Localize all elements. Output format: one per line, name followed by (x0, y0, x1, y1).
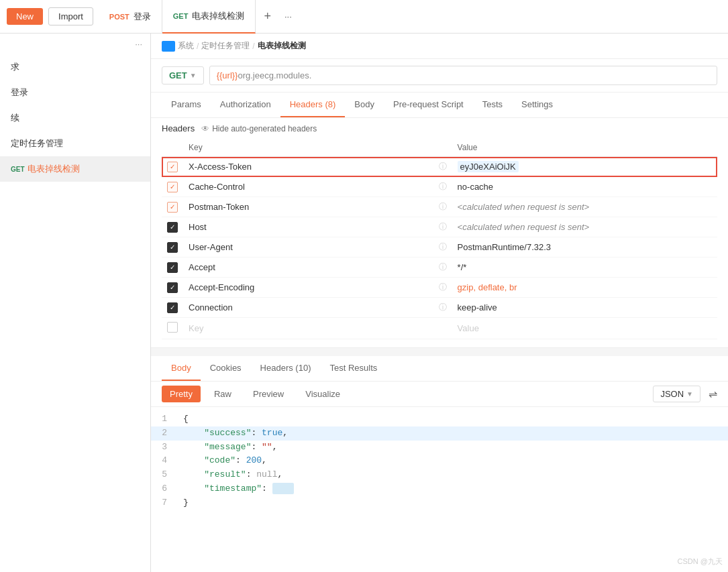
row-checkbox[interactable]: ✓ (167, 282, 178, 293)
sidebar-item-3[interactable]: 续 (0, 105, 150, 131)
tab-authorization[interactable]: Authorization (211, 93, 280, 117)
info-icon[interactable]: ⓘ (439, 242, 447, 251)
row-checkbox[interactable] (167, 322, 178, 333)
new-button[interactable]: New (7, 8, 43, 25)
format-tab-preview[interactable]: Preview (245, 386, 292, 402)
code-line-4: 4 "code": 200, (151, 454, 728, 468)
row-checkbox-cell[interactable]: ✓ (162, 197, 183, 217)
breadcrumb: 系统 / 定时任务管理 / 电表掉线检测 (151, 34, 728, 59)
tab-body[interactable]: Body (345, 93, 384, 117)
value-placeholder[interactable]: Value (458, 323, 479, 333)
info-icon[interactable]: ⓘ (439, 302, 447, 312)
table-row: ✓ Connection ⓘ keep-alive (162, 298, 717, 318)
row-checkbox[interactable]: ✓ (167, 182, 178, 192)
resp-tab-body[interactable]: Body (162, 356, 201, 381)
code-line-7: 7 } (151, 496, 728, 510)
col-header-key: Key (183, 139, 433, 157)
table-row: ✓ User-Agent ⓘ PostmanRuntime/7.32.3 (162, 237, 717, 258)
tabs-more-button[interactable]: ··· (279, 11, 297, 21)
col-header-info (433, 139, 452, 157)
line-number: 2 (151, 426, 178, 441)
headers-label: Headers (162, 123, 195, 133)
method-badge: POST (109, 13, 129, 21)
row-value-cell: <calculated when request is sent> (452, 197, 717, 217)
sidebar-item-1[interactable]: 求 (0, 54, 150, 80)
tab-settings[interactable]: Settings (512, 93, 562, 117)
info-icon[interactable]: ⓘ (439, 262, 447, 272)
line-content: "message": "", (178, 441, 728, 455)
url-rest: org.jeecg.modules. (238, 70, 311, 80)
response-toolbar: Pretty Raw Preview Visualize JSON ▼ ⇌ (151, 382, 728, 407)
info-icon[interactable]: ⓘ (439, 282, 447, 292)
row-value-cell[interactable]: eyJ0eXAiOiJK (452, 157, 717, 177)
row-checkbox-cell[interactable]: ✓ (162, 298, 183, 318)
table-row: ✓ Accept ⓘ */* (162, 258, 717, 278)
tab-get-meter[interactable]: GET 电表掉线检测 (162, 0, 256, 34)
tab-params[interactable]: Params (162, 93, 211, 117)
headers-table: Key Value ✓ X-Access-Token ⓘ (162, 139, 717, 339)
hide-auto-generated-button[interactable]: 👁 Hide auto-generated headers (201, 124, 317, 133)
row-value-cell: PostmanRuntime/7.32.3 (452, 237, 717, 258)
row-info-cell[interactable]: ⓘ (433, 157, 452, 177)
code-line-3: 3 "message": "", (151, 441, 728, 455)
resp-tab-headers[interactable]: Headers (10) (251, 356, 321, 381)
resp-tab-test-results[interactable]: Test Results (320, 356, 386, 381)
sidebar-item-task-mgmt[interactable]: 定时任务管理 (0, 131, 150, 156)
row-checkbox-cell[interactable]: ✓ (162, 237, 183, 258)
row-checkbox[interactable]: ✓ (167, 202, 178, 213)
format-select[interactable]: JSON ▼ (653, 386, 700, 402)
row-value-cell: keep-alive (452, 298, 717, 318)
format-tab-visualize[interactable]: Visualize (297, 386, 348, 402)
line-number: 1 (151, 412, 178, 426)
format-select-label: JSON (660, 389, 684, 399)
key-placeholder[interactable]: Key (189, 323, 203, 333)
eye-icon: 👁 (201, 124, 209, 133)
sidebar-menu-button[interactable]: ··· (0, 34, 150, 54)
tab-headers[interactable]: Headers (8) (280, 93, 346, 117)
sidebar-item-login[interactable]: 登录 (0, 80, 150, 105)
wrap-icon[interactable]: ⇌ (709, 388, 717, 400)
sidebar-item-meter[interactable]: GET电表掉线检测 (0, 156, 150, 182)
table-row: ✓ Host ⓘ <calculated when request is sen… (162, 217, 717, 237)
top-bar: New Import POST 登录 GET 电表掉线检测 + ··· (0, 0, 728, 34)
row-checkbox[interactable]: ✓ (167, 222, 178, 233)
row-checkbox-cell[interactable]: ✓ (162, 217, 183, 237)
row-checkbox[interactable]: ✓ (167, 162, 178, 172)
format-tab-pretty[interactable]: Pretty (162, 386, 201, 402)
row-checkbox-cell[interactable]: ✓ (162, 157, 183, 177)
row-checkbox-cell[interactable] (162, 318, 183, 339)
chevron-down-icon: ▼ (686, 390, 693, 398)
info-icon[interactable]: ⓘ (439, 222, 447, 231)
info-icon[interactable]: ⓘ (439, 202, 447, 211)
line-content: "timestamp": (178, 482, 728, 496)
row-checkbox-cell[interactable]: ✓ (162, 177, 183, 197)
resp-tab-cookies[interactable]: Cookies (201, 356, 251, 381)
tab-pre-request[interactable]: Pre-request Script (384, 93, 473, 117)
import-button[interactable]: Import (48, 7, 93, 25)
breadcrumb-current: 电表掉线检测 (258, 40, 306, 52)
method-select[interactable]: GET ▼ (162, 66, 204, 84)
format-tab-raw[interactable]: Raw (206, 386, 240, 402)
table-row-empty: Key Value (162, 318, 717, 339)
row-checkbox-cell[interactable]: ✓ (162, 258, 183, 278)
content-area: 系统 / 定时任务管理 / 电表掉线检测 GET ▼ {{url}}org.je… (151, 34, 728, 572)
row-key-cell: User-Agent (183, 237, 433, 258)
row-checkbox[interactable]: ✓ (167, 242, 178, 253)
row-checkbox[interactable]: ✓ (167, 302, 178, 313)
line-number: 6 (151, 482, 178, 496)
add-tab-button[interactable]: + (256, 9, 279, 23)
row-value-cell: gzip, deflate, br (452, 278, 717, 298)
tab-tests[interactable]: Tests (473, 93, 512, 117)
info-icon[interactable]: ⓘ (439, 162, 447, 171)
row-key-cell: Accept (183, 258, 433, 278)
col-header-value: Value (452, 139, 717, 157)
row-checkbox-cell[interactable]: ✓ (162, 278, 183, 298)
sidebar: ··· 求 登录 续 定时任务管理 GET电表掉线检测 (0, 34, 151, 572)
url-input[interactable]: {{url}}org.jeecg.modules. (209, 66, 717, 85)
table-row: ✓ Cache-Control ⓘ no-cache (162, 177, 717, 197)
info-icon[interactable]: ⓘ (439, 182, 447, 191)
method-badge: GET (173, 12, 189, 20)
row-checkbox[interactable]: ✓ (167, 262, 178, 273)
row-key-cell[interactable]: X-Access-Token (183, 157, 433, 177)
tab-post-login[interactable]: POST 登录 (99, 0, 162, 34)
